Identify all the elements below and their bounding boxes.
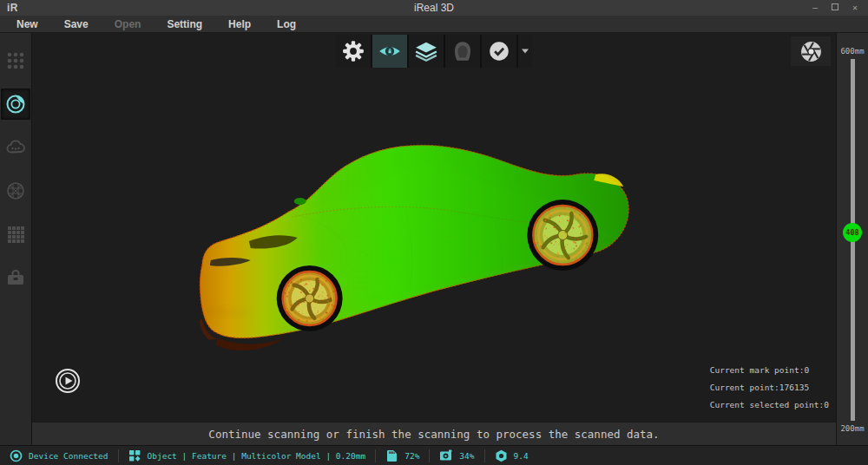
version-status: 9.4 [485,449,538,462]
storage-status: 72% [376,449,429,462]
check-circle-icon [487,39,511,63]
gear-icon [341,39,365,63]
portrait-icon [450,39,475,63]
sidebar-item-cloud-process[interactable] [1,132,30,163]
memory-status: 34% [430,449,483,462]
view-toolbar [336,35,532,68]
stat-mark-point: Current mark point:0 [710,365,829,375]
rear-wheel [527,200,598,271]
stat-current-point: Current point:176135 [710,383,829,392]
close-button[interactable]: ✕ [852,3,858,12]
maximize-button[interactable] [832,3,838,12]
scan-viewport[interactable]: Current mark point:0 Current point:17613… [32,33,836,422]
version-text: 9.4 [514,451,529,461]
resume-scan-button[interactable] [55,368,81,397]
scan-mode-icon [128,449,141,462]
toolbox-icon [4,266,27,289]
sidebar-item-mesh[interactable] [1,175,30,206]
sidebar-item-toolbox[interactable] [1,262,30,293]
scan-icon [4,93,27,115]
sidebar-item-apps[interactable] [1,45,30,76]
device-status-text: Device Connected [29,451,108,461]
layers-button[interactable] [409,35,444,68]
status-bar: Device Connected Object | Feature | Mult… [0,445,868,465]
memory-text: 34% [459,451,474,461]
slider-knob[interactable]: 408 [843,223,862,242]
storage-text: 72% [404,451,419,461]
camera-disk-icon [439,449,453,462]
eye-lock-icon [378,39,402,63]
play-circle-icon [55,368,81,394]
layers-icon [414,39,438,63]
confirm-scan-button[interactable] [482,35,516,68]
sidebar-item-scan[interactable] [1,88,30,120]
distance-max-label: 600mm [840,47,864,56]
title-bar[interactable]: iR iReal 3D – ✕ [0,0,868,16]
sd-card-icon [385,449,398,462]
device-status: Device Connected [0,449,118,462]
chevron-down-icon [521,48,529,55]
menu-setting[interactable]: Setting [154,16,215,33]
visibility-button[interactable] [372,35,407,68]
point-cloud-icon [4,136,27,159]
scan-statistics: Current mark point:0 Current point:17613… [710,357,829,409]
apps-grid-icon [5,50,26,71]
distance-min-label: 200mm [840,424,864,433]
menu-open: Open [102,16,155,33]
confirm-dropdown-button[interactable] [518,35,532,68]
menu-save[interactable]: Save [51,16,102,33]
device-icon [10,449,23,462]
render-settings-button[interactable] [336,35,371,68]
sidebar-item-grid[interactable] [1,219,30,250]
hint-bar: Continue scanning or finish the scanning… [32,422,836,445]
mesh-sphere-icon [4,180,27,202]
menu-bar: New Save Open Setting Help Log [0,16,868,33]
left-sidebar [0,33,31,445]
window-title: iReal 3D [0,2,868,14]
front-wheel [277,265,343,331]
hex-nut-icon [495,449,508,462]
snapshot-button[interactable] [791,36,831,66]
menu-help[interactable]: Help [215,16,264,33]
menu-log[interactable]: Log [264,16,309,33]
scan-mode-status: Object | Feature | Multicolor Model | 0.… [119,449,376,462]
stat-selected-point: Current selected point:0 [710,400,829,409]
distance-panel: 600mm 408 200mm [836,33,868,445]
ireal3d-window: iR iReal 3D – ✕ New Save Open Setting He… [0,0,868,465]
menu-new[interactable]: New [3,16,51,33]
maximize-icon [832,3,838,10]
scan-mode-text: Object | Feature | Multicolor Model | 0.… [148,451,366,461]
portrait-mode-button[interactable] [445,35,480,68]
aperture-icon [799,40,823,63]
minimize-button[interactable]: – [812,3,818,12]
pixel-grid-icon [5,224,26,245]
hint-message: Continue scanning or finish the scanning… [208,428,659,441]
